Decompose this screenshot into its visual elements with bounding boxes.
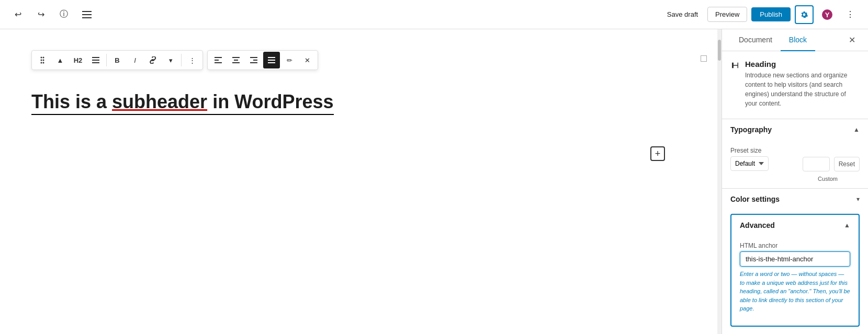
top-bar-right: Save draft Preview Publish Y ⋮ bbox=[662, 5, 860, 24]
toolbar-divider bbox=[106, 54, 107, 66]
top-bar-left: ↩ ↪ ⓘ bbox=[8, 5, 96, 24]
document-tab[interactable]: Document bbox=[730, 29, 781, 51]
svg-point-8 bbox=[43, 60, 44, 61]
html-anchor-help-text: Enter a word or two — without spaces — t… bbox=[740, 270, 850, 313]
advanced-section-header[interactable]: Advanced ▲ bbox=[731, 215, 859, 236]
svg-rect-1 bbox=[82, 14, 92, 15]
block-info-text: Heading Introduce new sections and organ… bbox=[745, 60, 860, 108]
svg-point-5 bbox=[41, 57, 42, 59]
close-sub-toolbar-button[interactable]: ✕ bbox=[299, 52, 315, 68]
svg-rect-20 bbox=[250, 57, 257, 58]
reset-button[interactable]: Reset bbox=[834, 157, 860, 171]
preset-size-select[interactable]: Default bbox=[730, 156, 769, 171]
svg-rect-23 bbox=[268, 57, 275, 58]
typography-section-body: Preset size Default Reset bbox=[722, 140, 868, 188]
more-options-button[interactable]: ⋮ bbox=[841, 5, 860, 24]
top-bar: ↩ ↪ ⓘ Save draft Preview Publish Y ⋮ bbox=[0, 0, 868, 29]
html-anchor-field-group: HTML anchor Enter a word or two — withou… bbox=[740, 242, 850, 313]
heading-after: in WordPress bbox=[207, 91, 333, 112]
advanced-section: Advanced ▲ HTML anchor Enter a word or t… bbox=[730, 214, 860, 327]
align-button[interactable] bbox=[87, 52, 104, 68]
main-layout: ▲ H2 B I ▾ ⋮ bbox=[0, 29, 868, 334]
edit-button[interactable]: ✏ bbox=[281, 52, 298, 68]
block-description: Introduce new sections and organize cont… bbox=[745, 71, 860, 108]
preset-size-label: Preset size bbox=[730, 147, 798, 154]
svg-point-6 bbox=[43, 57, 44, 59]
preview-button[interactable]: Preview bbox=[707, 7, 747, 22]
svg-rect-16 bbox=[215, 62, 222, 63]
panel-tabs: Document Block ✕ bbox=[722, 29, 868, 51]
scroll-track[interactable] bbox=[717, 29, 722, 334]
italic-button[interactable]: I bbox=[127, 52, 143, 68]
html-anchor-input[interactable] bbox=[740, 251, 850, 267]
svg-rect-12 bbox=[92, 60, 99, 61]
settings-button[interactable] bbox=[795, 5, 814, 24]
block-toolbar: ▲ H2 B I ▾ ⋮ bbox=[31, 50, 203, 70]
link-button[interactable] bbox=[144, 52, 161, 68]
info-button[interactable]: ⓘ bbox=[54, 5, 73, 24]
alignment-sub-toolbar: ✏ ✕ bbox=[207, 50, 318, 70]
preset-size-field: Preset size Default bbox=[730, 147, 798, 171]
redo-button[interactable]: ↪ bbox=[31, 5, 50, 24]
svg-rect-0 bbox=[82, 11, 92, 12]
block-options-button[interactable]: ⋮ bbox=[184, 52, 200, 68]
typography-section-title: Typography bbox=[730, 125, 772, 134]
heading-block[interactable]: This is a subheader in WordPress bbox=[31, 91, 686, 115]
color-settings-section: Color settings ▾ bbox=[722, 188, 868, 210]
add-block-button[interactable]: + bbox=[650, 146, 665, 161]
block-title: Heading bbox=[745, 60, 860, 68]
svg-rect-25 bbox=[268, 62, 275, 63]
svg-rect-2 bbox=[82, 17, 92, 18]
drag-handle[interactable] bbox=[34, 52, 51, 68]
block-info: Heading Introduce new sections and organ… bbox=[730, 60, 860, 108]
bold-button[interactable]: B bbox=[109, 52, 126, 68]
custom-field bbox=[803, 146, 830, 171]
svg-rect-13 bbox=[92, 62, 99, 63]
undo-button[interactable]: ↩ bbox=[8, 5, 27, 24]
svg-rect-24 bbox=[268, 60, 275, 61]
custom-size-input[interactable] bbox=[803, 157, 830, 171]
editor-area[interactable]: ▲ H2 B I ▾ ⋮ bbox=[0, 29, 717, 334]
custom-label: Custom bbox=[818, 176, 838, 182]
resize-handle[interactable] bbox=[701, 55, 707, 62]
toolbar-divider-2 bbox=[181, 54, 182, 66]
svg-rect-21 bbox=[253, 60, 257, 61]
align-right-button[interactable] bbox=[245, 52, 262, 68]
custom-label-row: Custom bbox=[730, 176, 860, 182]
heading-underlined: subheader bbox=[112, 91, 207, 112]
block-tab[interactable]: Block bbox=[781, 29, 815, 51]
advanced-chevron-icon: ▲ bbox=[844, 222, 850, 229]
scroll-thumb bbox=[718, 40, 721, 61]
svg-rect-19 bbox=[232, 62, 240, 63]
typography-chevron-icon: ▲ bbox=[853, 126, 860, 133]
block-toolbar-wrap: ▲ H2 B I ▾ ⋮ bbox=[31, 50, 686, 70]
right-panel: Document Block ✕ Heading Introduce new s… bbox=[722, 29, 868, 334]
move-up-button[interactable]: ▲ bbox=[52, 52, 69, 68]
panel-close-button[interactable]: ✕ bbox=[844, 29, 860, 51]
save-draft-button[interactable]: Save draft bbox=[662, 7, 703, 21]
svg-rect-14 bbox=[215, 57, 222, 58]
publish-button[interactable]: Publish bbox=[751, 7, 791, 21]
typography-section-header[interactable]: Typography ▲ bbox=[722, 119, 868, 140]
panel-content: Heading Introduce new sections and organ… bbox=[722, 51, 868, 334]
svg-rect-22 bbox=[250, 62, 257, 63]
align-left-button[interactable] bbox=[210, 52, 227, 68]
svg-rect-15 bbox=[215, 60, 219, 61]
align-center-button[interactable] bbox=[228, 52, 244, 68]
svg-rect-17 bbox=[232, 57, 240, 58]
heading-block-icon bbox=[730, 61, 740, 73]
svg-point-10 bbox=[43, 62, 44, 64]
advanced-section-title: Advanced bbox=[740, 221, 775, 229]
advanced-section-body: HTML anchor Enter a word or two — withou… bbox=[731, 236, 859, 326]
list-view-button[interactable] bbox=[77, 5, 96, 24]
align-wide-button[interactable] bbox=[263, 52, 280, 68]
color-settings-chevron-icon: ▾ bbox=[856, 195, 860, 203]
heading-level-button[interactable]: H2 bbox=[70, 52, 86, 68]
svg-rect-18 bbox=[234, 60, 238, 61]
color-settings-header[interactable]: Color settings ▾ bbox=[722, 189, 868, 210]
yoast-button[interactable]: Y bbox=[818, 5, 837, 24]
more-rich-button[interactable]: ▾ bbox=[162, 52, 179, 68]
color-settings-title: Color settings bbox=[730, 195, 780, 203]
preset-size-row: Preset size Default Reset bbox=[730, 146, 860, 171]
svg-rect-11 bbox=[92, 57, 99, 58]
